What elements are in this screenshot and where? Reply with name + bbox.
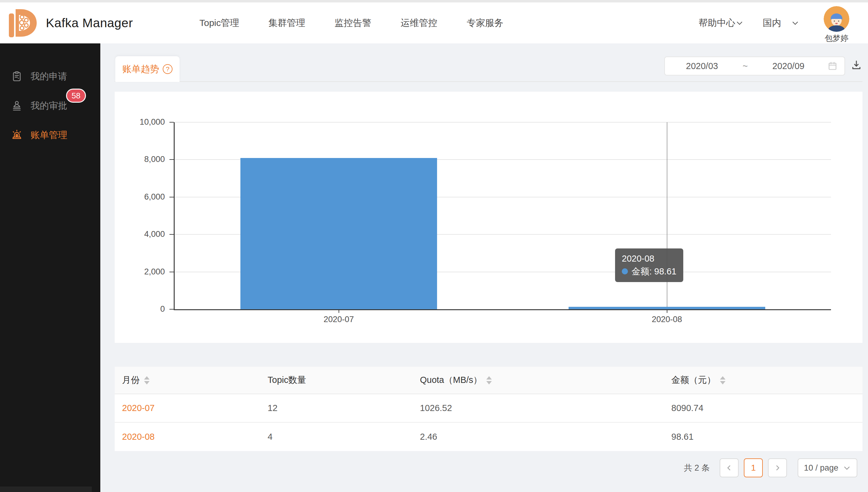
amount-value: 8090.74 — [671, 403, 703, 413]
sort-icon[interactable] — [144, 376, 149, 385]
y-axis-tick — [169, 234, 174, 235]
sidebar-item-billing[interactable]: 账单管理 — [0, 120, 100, 150]
tab-label: 账单趋势 — [122, 63, 159, 75]
bar-chart-plot[interactable]: 02,0004,0006,0008,00010,0002020-072020-0… — [174, 122, 831, 310]
sort-icon[interactable] — [486, 376, 492, 385]
nav-item-topic[interactable]: Topic管理 — [200, 17, 239, 29]
chevron-down-icon — [735, 19, 744, 27]
sort-icon[interactable] — [720, 376, 725, 385]
quota-value: 1026.52 — [420, 403, 452, 413]
date-end-input[interactable]: 2020/09 — [751, 61, 826, 71]
chart-tooltip: 2020-08 金额: 98.61 — [615, 248, 683, 282]
billing-table: 月份 Topic数量 Quota（MB/s） 金额（元） 2020-07 12 … — [115, 367, 863, 451]
help-center-label: 帮助中心 — [699, 17, 735, 29]
column-header-month[interactable]: 月份 — [115, 374, 260, 386]
y-axis-tick-label: 0 — [104, 304, 165, 314]
page-1-button[interactable]: 1 — [744, 459, 763, 477]
help-question-icon[interactable]: ? — [163, 64, 172, 74]
download-icon[interactable] — [850, 59, 863, 71]
sidebar-item-label: 我的审批 — [30, 100, 67, 112]
pagination: 共 2 条 1 10 / page — [684, 459, 857, 477]
main-nav: Topic管理 集群管理 监控告警 运维管控 专家服务 — [200, 2, 503, 43]
month-link[interactable]: 2020-07 — [122, 403, 155, 413]
nav-item-monitor[interactable]: 监控告警 — [335, 17, 371, 29]
quota-value: 2.46 — [420, 432, 437, 442]
y-axis-tick-label: 8,000 — [104, 155, 165, 164]
calendar-icon — [827, 61, 838, 71]
sidebar: 我的申请 我的审批 58 — [0, 43, 100, 492]
y-axis-tick-label: 4,000 — [104, 229, 165, 239]
region-label: 国内 — [763, 17, 781, 29]
table-row: 2020-07 12 1026.52 8090.74 — [115, 394, 863, 423]
y-axis-tick-label: 2,000 — [104, 267, 165, 276]
y-gridline — [174, 122, 831, 123]
x-axis-tick — [338, 309, 339, 313]
table-header-row: 月份 Topic数量 Quota（MB/s） 金额（元） — [115, 367, 863, 394]
approvals-count-badge: 58 — [66, 89, 86, 103]
nav-item-cluster[interactable]: 集群管理 — [268, 17, 305, 29]
y-axis-tick — [169, 309, 174, 310]
amount-value: 98.61 — [671, 432, 694, 442]
billing-toolbar: 账单趋势 ? 2020/03 ~ 2020/09 — [115, 55, 863, 82]
chevron-down-icon — [791, 19, 799, 27]
chart-bar[interactable] — [240, 158, 437, 309]
app-header: Kafka Manager Topic管理 集群管理 监控告警 运维管控 专家服… — [0, 2, 868, 43]
sidebar-collapse-bar[interactable] — [0, 487, 92, 492]
page-size-label: 10 / page — [804, 463, 838, 473]
sidebar-item-label: 账单管理 — [30, 129, 67, 142]
series-dot-icon — [622, 268, 628, 274]
table-row: 2020-08 4 2.46 98.61 — [115, 423, 863, 451]
tooltip-value: 金额: 98.61 — [632, 265, 677, 278]
y-axis-tick — [169, 159, 174, 160]
username: 包梦婷 — [825, 33, 848, 44]
sidebar-item-my-approvals[interactable]: 我的审批 58 — [0, 91, 100, 120]
date-range-picker[interactable]: 2020/03 ~ 2020/09 — [664, 56, 845, 75]
total-count-label: 共 2 条 — [684, 462, 709, 473]
sidebar-item-label: 我的申请 — [30, 70, 67, 83]
y-axis-tick — [169, 272, 174, 272]
date-separator: ~ — [739, 61, 751, 71]
y-axis-tick — [169, 197, 174, 197]
next-page-button[interactable] — [768, 459, 787, 477]
topics-value: 4 — [267, 432, 273, 442]
region-select[interactable]: 国内 — [763, 17, 799, 29]
help-center-menu[interactable]: 帮助中心 — [699, 17, 744, 29]
y-axis-tick — [169, 122, 174, 123]
x-axis-tick-label: 2020-07 — [302, 315, 376, 324]
billing-trend-chart-card: 02,0004,0006,0008,00010,0002020-072020-0… — [115, 92, 863, 343]
y-axis-tick-label: 10,000 — [104, 117, 165, 127]
topics-value: 12 — [267, 403, 277, 413]
y-axis-tick-label: 6,000 — [104, 192, 165, 202]
app-title: Kafka Manager — [46, 2, 133, 43]
kafka-manager-logo-icon — [7, 7, 40, 40]
column-header-amount[interactable]: 金额（元） — [664, 374, 863, 386]
date-start-input[interactable]: 2020/03 — [665, 61, 739, 71]
avatar — [824, 6, 849, 32]
header-right: 帮助中心 国内 — [699, 2, 853, 43]
column-header-quota[interactable]: Quota（MB/s） — [413, 374, 664, 386]
column-header-topics: Topic数量 — [260, 374, 413, 386]
stamp-icon — [11, 100, 23, 112]
chart-bar[interactable] — [568, 307, 766, 309]
clipboard-icon — [11, 71, 23, 82]
tooltip-title: 2020-08 — [622, 252, 677, 265]
nav-item-expert[interactable]: 专家服务 — [467, 17, 503, 29]
x-axis-tick-label: 2020-08 — [630, 315, 704, 324]
x-axis-tick — [667, 309, 667, 313]
nav-item-ops[interactable]: 运维管控 — [401, 17, 437, 29]
tab-billing-trend[interactable]: 账单趋势 ? — [115, 56, 180, 82]
siren-icon — [11, 129, 23, 141]
app-root: Kafka Manager Topic管理 集群管理 监控告警 运维管控 专家服… — [0, 0, 868, 492]
month-link[interactable]: 2020-08 — [122, 432, 155, 442]
user-menu[interactable]: 包梦婷 — [820, 6, 853, 44]
sidebar-item-my-applications[interactable]: 我的申请 — [0, 62, 100, 91]
page-size-select[interactable]: 10 / page — [798, 459, 857, 477]
window-top-strip — [0, 0, 868, 2]
chevron-down-icon — [843, 464, 851, 472]
prev-page-button[interactable] — [720, 459, 738, 477]
